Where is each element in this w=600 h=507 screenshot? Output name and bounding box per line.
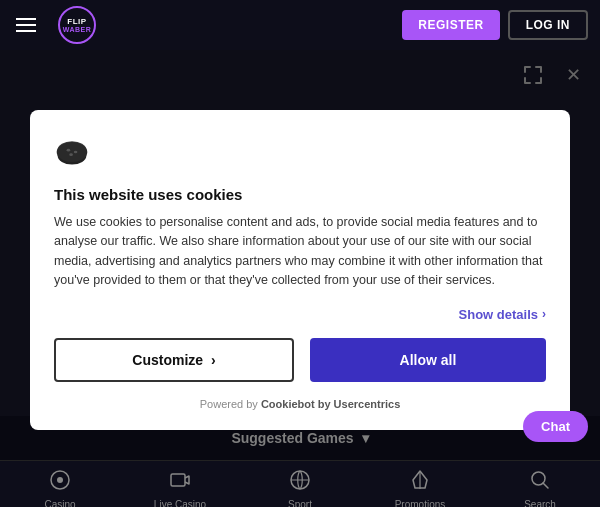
nav-casino[interactable]: Casino xyxy=(0,465,120,508)
promotions-icon xyxy=(409,469,431,496)
nav-search[interactable]: Search xyxy=(480,465,600,508)
customize-button[interactable]: Customize › xyxy=(54,338,294,382)
svg-point-3 xyxy=(57,142,88,162)
svg-point-6 xyxy=(69,153,73,156)
chevron-right-icon: › xyxy=(542,307,546,321)
bottom-nav: Casino Live Casino Sport Promotions xyxy=(0,460,600,507)
header-right: REGISTER LOG IN xyxy=(402,10,588,40)
show-details-link[interactable]: Show details › xyxy=(459,307,546,322)
header: FLIP WABER REGISTER LOG IN xyxy=(0,0,600,50)
header-left: FLIP WABER xyxy=(12,8,102,42)
cookie-footer: Powered by Cookiebot by Usercentrics xyxy=(54,398,546,410)
search-icon xyxy=(529,469,551,496)
cookie-icon xyxy=(54,134,546,174)
login-button[interactable]: LOG IN xyxy=(508,10,588,40)
cookie-body: We use cookies to personalise content an… xyxy=(54,213,546,291)
svg-point-5 xyxy=(74,151,78,154)
casino-icon xyxy=(49,469,71,496)
sport-icon xyxy=(289,469,311,496)
cookie-actions: Customize › Allow all xyxy=(54,338,546,382)
svg-point-4 xyxy=(67,149,71,152)
register-button[interactable]: REGISTER xyxy=(402,10,499,40)
nav-promotions[interactable]: Promotions xyxy=(360,465,480,508)
logo: FLIP WABER xyxy=(52,8,102,42)
allow-all-button[interactable]: Allow all xyxy=(310,338,546,382)
logo-flip: FLIP xyxy=(67,18,86,26)
cookie-title: This website uses cookies xyxy=(54,186,546,203)
nav-live-casino[interactable]: Live Casino xyxy=(120,465,240,508)
hamburger-menu[interactable] xyxy=(12,14,40,36)
cookie-dialog: This website uses cookies We use cookies… xyxy=(30,110,570,430)
svg-rect-9 xyxy=(171,474,185,486)
live-casino-icon xyxy=(169,469,191,496)
svg-point-8 xyxy=(57,477,63,483)
chevron-right-icon: › xyxy=(211,352,216,368)
logo-waber: WABER xyxy=(63,26,92,33)
main-content: ✕ This website uses cookies We use cooki xyxy=(0,50,600,460)
cookie-overlay: This website uses cookies We use cookies… xyxy=(0,50,600,460)
nav-sport[interactable]: Sport xyxy=(240,465,360,508)
show-details-row: Show details › xyxy=(54,307,546,322)
chat-button[interactable]: Chat xyxy=(523,411,588,442)
